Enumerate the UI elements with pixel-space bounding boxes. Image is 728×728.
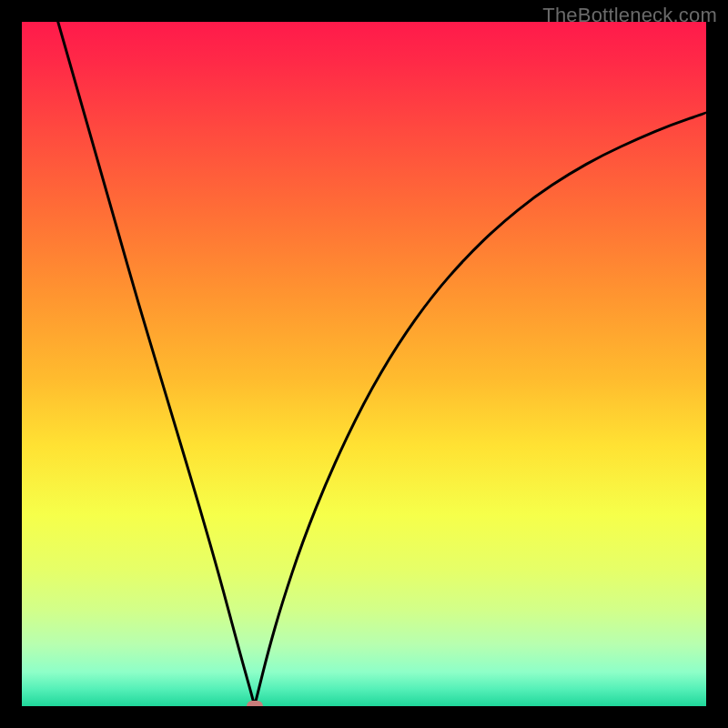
optimum-marker [247, 701, 263, 706]
chart-frame: TheBottleneck.com [0, 0, 728, 728]
attribution-text: TheBottleneck.com [542, 4, 717, 27]
plot-area [22, 22, 706, 706]
bottleneck-curve [22, 22, 706, 706]
